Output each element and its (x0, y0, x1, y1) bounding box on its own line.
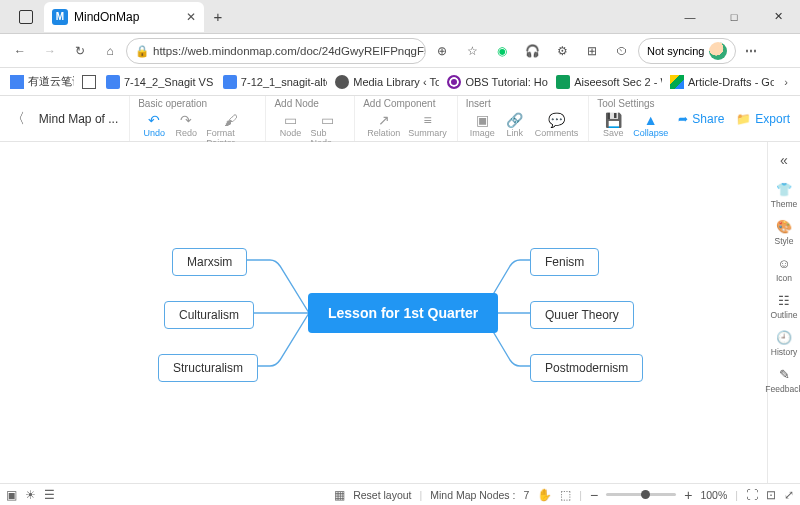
bookmark-item[interactable]: OBS Tutorial: How... (443, 73, 548, 91)
bookmark-item[interactable]: Aiseesoft Sec 2 - W... (552, 73, 662, 91)
obs-icon (447, 75, 461, 89)
sidebar-collapse-button[interactable]: « (780, 148, 788, 176)
relation-icon: ↗ (378, 112, 390, 128)
bookmark-item[interactable]: 有道云笔记 (6, 72, 74, 91)
address-bar: ← → ↻ ⌂ 🔒 https://web.mindonmap.com/doc/… (0, 34, 800, 68)
mindmap-node-left-1[interactable]: Culturalism (164, 301, 254, 329)
mindonmap-favicon: M (52, 9, 68, 25)
image-icon: ▣ (476, 112, 489, 128)
mindmap-node-center[interactable]: Lesson for 1st Quarter (308, 293, 498, 333)
feedback-icon: ✎ (779, 367, 790, 382)
bookmark-label: Aiseesoft Sec 2 - W... (574, 76, 662, 88)
toolbar-group-basic: Basic operation ↶Undo ↷Redo 🖌Format Pain… (129, 96, 265, 141)
bookmark-label: Media Library ‹ Top... (353, 76, 439, 88)
menu-button[interactable]: ⋯ (738, 37, 766, 65)
bookmark-item[interactable]: 7-14_2_Snagit VS S... (102, 73, 215, 91)
save-button[interactable]: 💾Save (597, 111, 629, 139)
nav-home-button[interactable]: ⌂ (96, 37, 124, 65)
tab-close-icon[interactable]: ✕ (186, 10, 196, 24)
collapse-icon: ▲ (644, 112, 658, 128)
toolbar-group-label: Tool Settings (597, 98, 672, 111)
summary-icon: ≡ (423, 112, 431, 128)
collections-icon[interactable]: ⊞ (578, 37, 606, 65)
sidebar-feedback-button[interactable]: ✎Feedback (765, 363, 800, 398)
performance-icon[interactable]: ⏲ (608, 37, 636, 65)
mindmap-node-left-2[interactable]: Structuralism (158, 354, 258, 382)
zoom-level: 100% (700, 489, 727, 501)
window-maximize-button[interactable]: □ (712, 0, 756, 34)
new-tab-button[interactable]: + (204, 8, 232, 25)
nodes-count: 7 (523, 489, 529, 501)
nav-forward-button[interactable]: → (36, 37, 64, 65)
mindmap-node-left-0[interactable]: Marxsim (172, 248, 247, 276)
canvas[interactable]: Marxsim Culturalism Structuralism Lesson… (0, 142, 768, 483)
comments-button[interactable]: 💬Comments (531, 111, 583, 139)
bookmark-item[interactable]: Media Library ‹ Top... (331, 73, 439, 91)
nav-refresh-button[interactable]: ↻ (66, 37, 94, 65)
fit-icon[interactable]: ⛶ (746, 488, 758, 502)
zoom-out-button[interactable]: − (590, 487, 598, 503)
status-icon-3[interactable]: ☰ (44, 488, 55, 502)
zoom-slider[interactable] (606, 493, 676, 496)
mindmap-node-right-0[interactable]: Fenism (530, 248, 599, 276)
status-icon-1[interactable]: ▣ (6, 488, 17, 502)
window-minimize-button[interactable]: — (668, 0, 712, 34)
toolbar-group-toolsettings: Tool Settings 💾Save ▲Collapse (588, 96, 678, 141)
image-button[interactable]: ▣Image (466, 111, 499, 139)
window-close-button[interactable]: ✕ (756, 0, 800, 34)
sidebar-style-button[interactable]: 🎨Style (775, 215, 794, 250)
bookmark-item[interactable]: 7-12_1_snagit-alter... (219, 73, 327, 91)
sidebar-outline-button[interactable]: ☷Outline (771, 289, 798, 324)
sidebar-history-button[interactable]: 🕘History (771, 326, 797, 361)
share-button[interactable]: ➦Share (678, 112, 724, 126)
clock-icon: 🕘 (776, 330, 792, 345)
app-back-button[interactable]: 〈 (0, 96, 37, 141)
link-button[interactable]: 🔗Link (499, 111, 531, 139)
toolbar-group-addnode: Add Node ▭Node ▭Sub Node (265, 96, 354, 141)
palette-icon: 🎨 (776, 219, 792, 234)
document-title[interactable]: Mind Map of ... (37, 96, 129, 141)
relation-button[interactable]: ↗Relation (363, 111, 404, 139)
bookmark-overflow-button[interactable]: › (778, 76, 794, 88)
sync-label: Not syncing (647, 45, 704, 57)
sidebar-theme-button[interactable]: 👕Theme (771, 178, 797, 213)
sync-button[interactable]: Not syncing (638, 38, 736, 64)
dashboard-icon (82, 75, 96, 89)
mindmap-node-right-2[interactable]: Postmodernism (530, 354, 643, 382)
summary-button[interactable]: ≡Summary (404, 111, 451, 139)
bookmark-item[interactable] (78, 73, 98, 91)
tabs-overview-button[interactable] (12, 3, 40, 31)
toolbar-group-label: Insert (466, 98, 583, 111)
favorite-icon[interactable]: ☆ (458, 37, 486, 65)
mindmap-node-right-1[interactable]: Quuer Theory (530, 301, 634, 329)
comment-icon: 💬 (548, 112, 565, 128)
fullscreen-icon[interactable]: ⤢ (784, 488, 794, 502)
url-input[interactable]: 🔒 https://web.mindonmap.com/doc/24dGwyRE… (126, 38, 426, 64)
hand-icon[interactable]: ✋ (537, 488, 552, 502)
node-icon: ▭ (284, 112, 297, 128)
brush-icon: 🖌 (224, 112, 238, 128)
reset-layout-button[interactable]: Reset layout (353, 489, 411, 501)
nav-back-button[interactable]: ← (6, 37, 34, 65)
wordpress-icon (335, 75, 349, 89)
bookmark-item[interactable]: Article-Drafts - Goo... (666, 73, 774, 91)
extension-icon-1[interactable]: ◉ (488, 37, 516, 65)
status-icon-2[interactable]: ☀ (25, 488, 36, 502)
right-sidebar: « 👕Theme 🎨Style ☺Icon ☷Outline 🕘History … (768, 142, 800, 483)
extension-icon-2[interactable]: 🎧 (518, 37, 546, 65)
export-button[interactable]: 📁Export (736, 112, 790, 126)
browser-tab[interactable]: M MindOnMap ✕ (44, 2, 204, 32)
extensions-icon[interactable]: ⚙ (548, 37, 576, 65)
collapse-button[interactable]: ▲Collapse (629, 111, 672, 139)
bookmark-label: 7-14_2_Snagit VS S... (124, 76, 215, 88)
tshirt-icon: 👕 (776, 182, 792, 197)
sidebar-icon-button[interactable]: ☺Icon (776, 252, 792, 287)
zoom-in-button[interactable]: + (684, 487, 692, 503)
toolbar-group-label: Basic operation (138, 98, 259, 111)
zoom-icon[interactable]: ⊕ (428, 37, 456, 65)
subnode-icon: ▭ (321, 112, 334, 128)
center-icon[interactable]: ⊡ (766, 488, 776, 502)
outline-icon: ☷ (778, 293, 790, 308)
sheet-icon (556, 75, 570, 89)
cursor-icon[interactable]: ⬚ (560, 488, 571, 502)
